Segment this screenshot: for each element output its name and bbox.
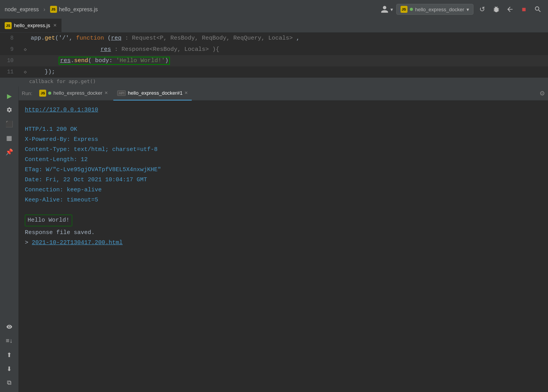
run-left-toolbar: ▶ ⬛ ▦ 📌 ≡↓ ⬆ ⬇ ⧉ (0, 87, 19, 392)
line-num-10: 10 (0, 55, 21, 66)
api-badge: API (117, 90, 126, 96)
run-tab-js-icon: JS (39, 90, 46, 97)
output-date: Date: Fri, 22 Oct 2021 10:04:17 GMT (25, 175, 542, 185)
breadcrumb-file: JS hello_express.js (50, 6, 98, 13)
breadcrumb-sep: › (43, 6, 45, 12)
run-status-dot (410, 8, 413, 11)
output-content-type: Content-Type: text/html; charset=utf-8 (25, 145, 542, 155)
line-num-11: 11 (0, 66, 21, 77)
code-line-11: 11 ◇ }); (0, 66, 548, 78)
run-tab-2-label: hello_express_docker#1 (128, 90, 182, 96)
line-num-9: 9 (0, 44, 21, 55)
output-url[interactable]: http://127.0.0.1:3010 (25, 107, 98, 113)
line-content-11[interactable]: }); (29, 67, 548, 78)
run-eye-button[interactable] (3, 321, 16, 333)
output-url-line: http://127.0.0.1:3010 (25, 105, 542, 115)
stop-button[interactable]: ■ (519, 4, 529, 15)
run-config-js-icon: JS (401, 6, 408, 13)
breadcrumb-project[interactable]: node_express (5, 6, 39, 12)
run-panel: ▶ ⬛ ▦ 📌 ≡↓ ⬆ ⬇ ⧉ Run: JS hello_express_d… (0, 87, 548, 392)
tab-js-icon: JS (5, 22, 12, 29)
run-config-label: hello_express_docker (415, 7, 464, 12)
tab-bar: JS hello_express.js ✕ (0, 19, 548, 33)
output-body-highlight: Hello World! (25, 215, 72, 226)
line-content-9[interactable]: res : Response<ResBody, Locals> ){ (29, 44, 548, 55)
run-tab-1-close[interactable]: ✕ (104, 90, 108, 95)
run-panel-header: Run: JS hello_express_docker ✕ API hello… (19, 87, 548, 101)
output-status: HTTP/1.1 200 OK (25, 125, 542, 135)
debug-button[interactable] (491, 4, 501, 15)
tab-label: hello_express.js (14, 23, 50, 28)
output-hello-world-box: Hello World! (25, 215, 542, 228)
run-config-chevron: ▾ (466, 7, 469, 12)
tab-hello-express[interactable]: JS hello_express.js ✕ (0, 19, 62, 32)
run-tab-2[interactable]: API hello_express_docker#1 ✕ (113, 87, 192, 101)
run-output[interactable]: http://127.0.0.1:3010 HTTP/1.1 200 OK X-… (19, 101, 548, 392)
code-tooltip: callback for app.get() (0, 78, 548, 87)
output-etag: ETag: W/"c-Lve95gjOVATpfV8EL5X4nxwjKHE" (25, 165, 542, 175)
run-tab-1-label: hello_express_docker (53, 90, 102, 96)
back-button[interactable] (505, 4, 515, 15)
output-connection: Connection: keep-alive (25, 185, 542, 195)
output-response-saved: Response file saved. (25, 228, 542, 238)
code-line-10: 10 res.send( body: 'Hello World!') (0, 55, 548, 66)
header-actions: ▾ JS hello_express_docker ▾ ↺ ■ (380, 4, 543, 15)
output-arrow: > (25, 239, 32, 246)
breadcrumb-filename[interactable]: hello_express.js (59, 6, 98, 12)
breakpoint-9: ◇ (24, 44, 26, 55)
line-content-8[interactable]: app.get('/', function (req : Request<P, … (29, 33, 548, 44)
output-content-length: Content-Length: 12 (25, 155, 542, 165)
tab-close-button[interactable]: ✕ (53, 23, 57, 28)
run-tab-dot (48, 92, 51, 95)
code-line-9: 9 ◇ res : Response<ResBody, Locals> ){ (0, 44, 548, 55)
run-panel-main: Run: JS hello_express_docker ✕ API hello… (19, 87, 548, 392)
run-stop-button[interactable]: ⬛ (3, 118, 16, 130)
user-button[interactable]: ▾ (380, 5, 393, 14)
search-button[interactable] (532, 4, 543, 15)
line-gutter-9: ◇ (21, 44, 29, 55)
output-keep-alive: Keep-Alive: timeout=5 (25, 195, 542, 205)
run-tab-1[interactable]: JS hello_express_docker ✕ (35, 87, 111, 101)
run-scroll-up-button[interactable]: ⬆ (3, 349, 16, 361)
line-gutter-11: ◇ (21, 67, 29, 78)
run-grid-button[interactable]: ▦ (3, 132, 16, 144)
run-wrench-button[interactable] (3, 104, 16, 116)
output-empty-1 (25, 115, 542, 125)
breakpoint-11: ◇ (24, 67, 26, 78)
line-content-10[interactable]: res.send( body: 'Hello World!') (29, 56, 548, 66)
run-scroll-button[interactable]: ≡↓ (3, 335, 16, 347)
top-header: node_express › JS hello_express.js ▾ JS … (0, 0, 548, 19)
run-copy-button[interactable]: ⧉ (3, 376, 16, 389)
editor-area: 8 app.get('/', function (req : Request<P… (0, 33, 548, 87)
output-file-link-line: > 2021-10-22T130417.200.html (25, 238, 542, 248)
code-line-8: 8 app.get('/', function (req : Request<P… (0, 33, 548, 44)
run-config-button[interactable]: JS hello_express_docker ▾ (396, 4, 473, 15)
reload-button[interactable]: ↺ (477, 4, 487, 15)
run-scroll-down-button[interactable]: ⬇ (3, 363, 16, 375)
run-label: Run: (22, 90, 32, 96)
code-lines: 8 app.get('/', function (req : Request<P… (0, 33, 548, 78)
run-tab-2-close[interactable]: ✕ (184, 90, 188, 95)
run-play-button[interactable]: ▶ (3, 90, 16, 102)
output-powered: X-Powered-By: Express (25, 135, 542, 145)
output-empty-2 (25, 205, 542, 215)
output-file-link[interactable]: 2021-10-22T130417.200.html (32, 239, 123, 246)
line-num-8: 8 (0, 33, 21, 43)
run-panel-settings-button[interactable]: ⚙ (539, 90, 545, 97)
run-pin-button[interactable]: 📌 (3, 146, 16, 158)
js-icon: JS (50, 6, 57, 13)
user-chevron: ▾ (390, 7, 393, 12)
